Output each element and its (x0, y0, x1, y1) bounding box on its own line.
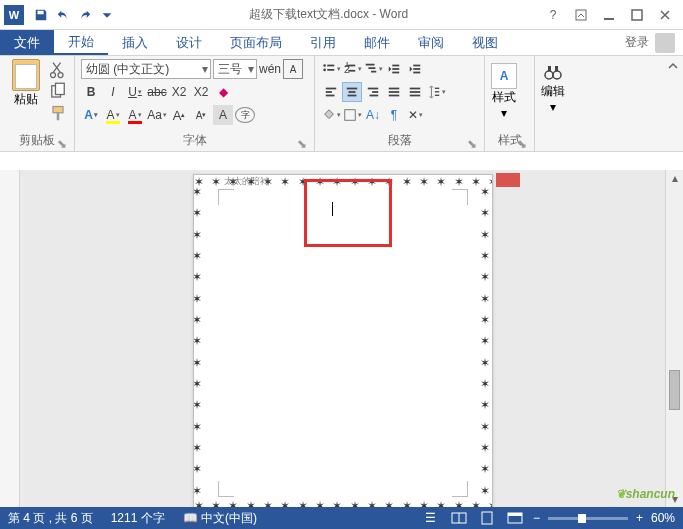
print-layout-icon[interactable] (477, 510, 497, 526)
text-effects-button[interactable]: A▾ (81, 105, 101, 125)
tab-references[interactable]: 引用 (296, 30, 350, 55)
tab-layout[interactable]: 页面布局 (216, 30, 296, 55)
tab-design[interactable]: 设计 (162, 30, 216, 55)
close-icon[interactable] (651, 3, 679, 27)
svg-rect-30 (349, 91, 356, 93)
read-mode-icon[interactable] (449, 510, 469, 526)
copy-icon[interactable] (48, 83, 68, 101)
annotation-rectangle (304, 179, 392, 247)
align-right-button[interactable] (363, 82, 383, 102)
paste-button[interactable]: 粘贴 (6, 59, 46, 108)
svg-point-3 (51, 73, 56, 78)
clear-format-icon[interactable]: ◆ (213, 82, 233, 102)
help-icon[interactable]: ? (539, 3, 567, 27)
justify-button[interactable] (384, 82, 404, 102)
increase-indent-button[interactable] (405, 59, 425, 79)
redo-icon[interactable] (74, 4, 96, 26)
font-launcher-icon[interactable]: ⬊ (296, 137, 308, 149)
track-changes-icon[interactable]: ☰ (421, 510, 441, 526)
tab-home[interactable]: 开始 (54, 30, 108, 55)
distributed-button[interactable] (405, 82, 425, 102)
word-count[interactable]: 1211 个字 (111, 510, 165, 527)
login-area[interactable]: 登录 (617, 30, 683, 55)
underline-button[interactable]: U▾ (125, 82, 145, 102)
font-name-combo[interactable]: 幼圆 (中文正文)▾ (81, 59, 211, 79)
tab-view[interactable]: 视图 (458, 30, 512, 55)
undo-icon[interactable] (52, 4, 74, 26)
grow-font-button[interactable]: A▴ (169, 105, 189, 125)
multilevel-list-button[interactable]: ▾ (363, 59, 383, 79)
bullets-button[interactable]: ▾ (321, 59, 341, 79)
strikethrough-button[interactable]: abc (147, 82, 167, 102)
italic-button[interactable]: I (103, 82, 123, 102)
bold-button[interactable]: B (81, 82, 101, 102)
align-left-button[interactable] (321, 82, 341, 102)
subscript-button[interactable]: X2 (169, 82, 189, 102)
shrink-font-button[interactable]: A▾ (191, 105, 211, 125)
maximize-icon[interactable] (623, 3, 651, 27)
group-editing: 编辑 ▾ (535, 56, 583, 151)
numbering-button[interactable]: 12▾ (342, 59, 362, 79)
zoom-slider[interactable] (548, 517, 628, 520)
align-center-button[interactable] (342, 82, 362, 102)
svg-rect-41 (434, 88, 438, 89)
sort-button[interactable]: A↓ (363, 105, 383, 125)
track-change-marker[interactable] (496, 173, 520, 187)
phonetic-guide-button[interactable]: wén (259, 59, 281, 79)
login-label: 登录 (625, 34, 649, 51)
font-size-combo[interactable]: 三号▾ (213, 59, 257, 79)
zoom-level[interactable]: 60% (651, 511, 675, 525)
change-case-button[interactable]: Aa▾ (147, 105, 167, 125)
vertical-ruler[interactable] (0, 170, 20, 507)
enclose-char-button[interactable]: 字 (235, 107, 255, 123)
tab-mailings[interactable]: 邮件 (350, 30, 404, 55)
vertical-scrollbar[interactable]: ▴ ▾ (665, 170, 683, 507)
web-layout-icon[interactable] (505, 510, 525, 526)
svg-rect-22 (392, 72, 399, 74)
styles-button[interactable]: A 样式 ▾ (491, 59, 517, 130)
zoom-in-button[interactable]: + (636, 511, 643, 525)
char-shading-button[interactable]: A (213, 105, 233, 125)
line-spacing-button[interactable]: ▾ (426, 82, 446, 102)
scroll-down-icon[interactable]: ▾ (666, 491, 683, 507)
group-clipboard: 粘贴 剪贴板⬊ (0, 56, 75, 151)
clipboard-launcher-icon[interactable]: ⬊ (56, 137, 68, 149)
superscript-button[interactable]: X2 (191, 82, 211, 102)
language-indicator[interactable]: 📖 中文(中国) (183, 510, 257, 527)
document-viewport[interactable]: 太太的陪衬 ✶ ✶ ✶ ✶ ✶ ✶ ✶ ✶ ✶ ✶ ✶ ✶ ✶ ✶ ✶ ✶ ✶ … (20, 170, 665, 507)
minimize-icon[interactable] (595, 3, 623, 27)
tab-review[interactable]: 审阅 (404, 30, 458, 55)
svg-text:2: 2 (343, 63, 349, 75)
editing-button[interactable]: 编辑 ▾ (541, 59, 565, 147)
collapse-ribbon-icon[interactable] (663, 56, 683, 151)
show-marks-button[interactable]: ¶ (384, 105, 404, 125)
cut-icon[interactable] (48, 61, 68, 79)
styles-launcher-icon[interactable]: ⬊ (516, 137, 528, 149)
char-border-button[interactable]: A (283, 59, 303, 79)
page-indicator[interactable]: 第 4 页 , 共 6 页 (8, 510, 93, 527)
clipboard-group-label: 剪贴板 (19, 133, 55, 147)
svg-rect-44 (344, 110, 355, 121)
styles-icon: A (491, 63, 517, 89)
qat-customize-icon[interactable] (96, 4, 118, 26)
scroll-thumb[interactable] (669, 370, 680, 410)
tab-insert[interactable]: 插入 (108, 30, 162, 55)
shading-button[interactable]: ▾ (321, 105, 341, 125)
borders-button[interactable]: ▾ (342, 105, 362, 125)
page[interactable]: 太太的陪衬 ✶ ✶ ✶ ✶ ✶ ✶ ✶ ✶ ✶ ✶ ✶ ✶ ✶ ✶ ✶ ✶ ✶ … (193, 174, 493, 507)
save-icon[interactable] (30, 4, 52, 26)
svg-rect-8 (57, 113, 60, 121)
ribbon-display-icon[interactable] (567, 3, 595, 27)
paragraph-launcher-icon[interactable]: ⬊ (466, 137, 478, 149)
zoom-out-button[interactable]: − (533, 511, 540, 525)
svg-rect-32 (368, 88, 379, 90)
asian-layout-button[interactable]: ✕▾ (405, 105, 425, 125)
decrease-indent-button[interactable] (384, 59, 404, 79)
scroll-up-icon[interactable]: ▴ (666, 170, 683, 186)
format-painter-icon[interactable] (48, 105, 68, 123)
highlight-button[interactable]: A▾ (103, 105, 123, 125)
font-color-button[interactable]: A▾ (125, 105, 145, 125)
tab-file[interactable]: 文件 (0, 30, 54, 55)
svg-rect-40 (410, 95, 421, 97)
status-bar: 第 4 页 , 共 6 页 1211 个字 📖 中文(中国) ☰ − + 60% (0, 507, 683, 529)
